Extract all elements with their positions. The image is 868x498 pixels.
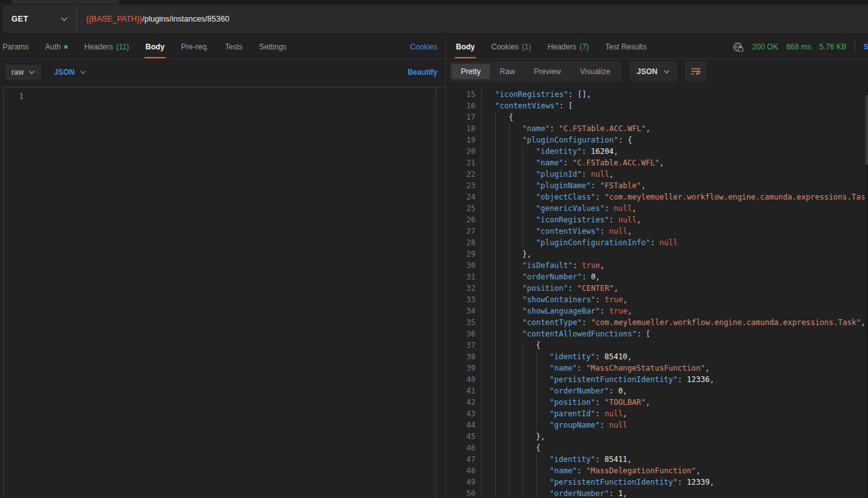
code-text: "name": "C.FSTable.ACC.WFL", (481, 157, 868, 169)
view-mode-preview[interactable]: Preview (524, 64, 570, 79)
indent-guide (509, 305, 523, 317)
indent-guide (509, 146, 523, 157)
url-bar: GET {{BASE_PATH}}/plugins/instances/8536… (3, 5, 868, 33)
indent-guide (509, 397, 523, 408)
indent-guide (536, 408, 550, 419)
tab-params[interactable]: Params (3, 35, 28, 58)
line-number: 45 (450, 431, 481, 442)
tab-tests[interactable]: Tests (225, 35, 242, 58)
save-response-button-clipped[interactable]: S (864, 42, 868, 51)
chevron-down-icon (664, 70, 670, 73)
line-number: 26 (450, 214, 481, 226)
code-text: "iconRegistries": null, (481, 214, 868, 226)
wrap-text-button[interactable] (685, 61, 707, 82)
response-scroll-thumb[interactable] (865, 95, 868, 165)
indent-guide (495, 134, 509, 146)
beautify-button[interactable]: Beautify (408, 68, 437, 77)
editor-scrollbar-track[interactable] (436, 87, 436, 498)
line-number: 44 (450, 419, 481, 431)
indent-guide (509, 157, 523, 169)
top-strip (0, 0, 868, 4)
code-text: "position": "TOOLBAR", (481, 397, 868, 408)
response-language-selector[interactable]: JSON (629, 61, 677, 82)
indent-guide (495, 408, 509, 419)
code-line: 16"contentViews": [ (450, 100, 868, 112)
view-mode-pretty[interactable]: Pretty (451, 64, 490, 79)
indent-guide (509, 362, 523, 374)
code-line: 45}, (450, 431, 868, 442)
code-line: 37{ (450, 340, 868, 351)
response-tab-test-results[interactable]: Test Results (605, 35, 646, 58)
indent-guide (495, 442, 509, 454)
request-body-editor[interactable]: 1 (3, 87, 445, 498)
view-mode-visualize[interactable]: Visualize (570, 64, 620, 79)
indent-guide (536, 397, 550, 408)
line-number: 38 (450, 351, 481, 362)
indent-guide (536, 419, 550, 431)
code-line: 28"pluginConfigurationInfo": null (450, 237, 868, 248)
indent-guide (509, 317, 523, 328)
view-mode-raw[interactable]: Raw (490, 64, 524, 79)
indent-guide (509, 488, 523, 498)
indent-guide (522, 476, 536, 488)
line-number: 47 (450, 454, 481, 465)
code-line: 48"name": "MassDelegationFunction", (450, 465, 868, 476)
indent-guide (495, 328, 509, 340)
view-mode-group: PrettyRawPreviewVisualize (450, 61, 622, 82)
indent-guide (495, 146, 509, 157)
body-type-selector[interactable]: raw (5, 65, 41, 80)
code-line: 20"identity": 16204, (450, 146, 868, 157)
code-line: 35"contentType": "com.meylemueller.workf… (450, 317, 868, 328)
response-toolbar: PrettyRawPreviewVisualize JSON (450, 61, 868, 82)
line-number: 24 (450, 191, 481, 203)
indent-guide (495, 123, 509, 134)
code-line: 38"identity": 85410, (450, 351, 868, 362)
line-number: 48 (450, 465, 481, 476)
response-tab-body[interactable]: Body (456, 35, 475, 58)
code-line: 30"isDefault": true, (450, 260, 868, 271)
response-body-code[interactable]: 15"iconRegistries": [],16"contentViews":… (450, 89, 868, 498)
code-text: "persistentFunctionIdentity": 12339, (481, 476, 868, 488)
line-number: 23 (450, 180, 481, 191)
network-globe-lock-icon[interactable] (733, 42, 744, 53)
tab-auth[interactable]: Auth (45, 35, 68, 58)
indent-guide (495, 271, 509, 283)
tab-pre-req-[interactable]: Pre-req. (181, 35, 208, 58)
code-line: 50"orderNumber": 1, (450, 488, 868, 498)
code-text: "isDefault": true, (481, 260, 868, 271)
response-scrollbar[interactable] (865, 89, 868, 498)
indent-guide (509, 134, 523, 146)
url-input[interactable]: {{BASE_PATH}}/plugins/instances/85360 (77, 5, 868, 33)
code-text: "name": "MassChangeStatusFunction", (481, 362, 868, 374)
line-number: 30 (450, 260, 481, 271)
indent-guide (495, 340, 509, 351)
indent-guide (522, 431, 536, 442)
request-language-selector[interactable]: JSON (54, 68, 86, 77)
indent-guide (495, 397, 509, 408)
response-tab-cookies[interactable]: Cookies(1) (491, 35, 531, 58)
indent-guide (522, 454, 536, 465)
method-selector[interactable]: GET (3, 5, 77, 33)
line-number: 25 (450, 203, 481, 214)
method-label: GET (11, 15, 28, 23)
indent-guide (509, 374, 523, 385)
panel-divider[interactable] (445, 35, 446, 498)
indent-guide (495, 214, 509, 226)
line-number: 16 (450, 100, 481, 112)
indent-guide (495, 283, 509, 294)
indent-guide (536, 374, 550, 385)
editor-line-number: 1 (19, 92, 23, 101)
tab-headers[interactable]: Headers(11) (84, 35, 129, 58)
code-line: 23"pluginName": "FSTable", (450, 180, 868, 191)
tab-settings[interactable]: Settings (259, 35, 286, 58)
line-number: 40 (450, 374, 481, 385)
code-line: 46{ (450, 442, 868, 454)
tab-body[interactable]: Body (146, 35, 165, 58)
response-status-cluster: 200 OK 668 ms 5.76 KB S (733, 35, 868, 58)
indent-guide (509, 237, 523, 248)
indent-guide (522, 362, 536, 374)
response-tab-headers[interactable]: Headers(7) (548, 35, 589, 58)
indent-guide (522, 146, 536, 157)
cookies-link[interactable]: Cookies (410, 35, 437, 58)
indent-guide (509, 180, 523, 191)
